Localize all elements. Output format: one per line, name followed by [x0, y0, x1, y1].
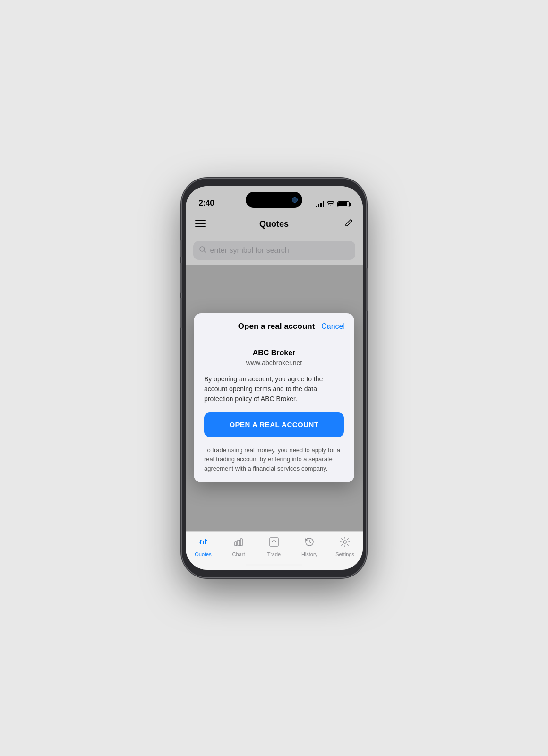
dynamic-island-dot — [292, 197, 298, 203]
phone-screen: 2:40 — [186, 186, 363, 570]
tab-history[interactable]: History — [292, 536, 327, 557]
status-bar: 2:40 — [186, 186, 363, 212]
phone-frame: 2:40 — [182, 179, 366, 577]
modal-title: Open a real account — [238, 322, 315, 331]
edit-icon[interactable] — [344, 218, 353, 230]
search-bar[interactable]: enter symbol for search — [193, 241, 355, 260]
open-account-button[interactable]: OPEN A REAL ACCOUNT — [204, 412, 344, 437]
menu-icon[interactable] — [195, 219, 206, 230]
status-icons — [316, 200, 350, 208]
volume-down-button[interactable] — [180, 298, 182, 328]
tab-trade[interactable]: Trade — [257, 536, 292, 557]
history-icon — [304, 536, 315, 550]
svg-rect-4 — [235, 542, 237, 546]
settings-icon — [339, 536, 351, 550]
status-time: 2:40 — [199, 198, 214, 208]
tab-trade-label: Trade — [267, 551, 281, 557]
tab-history-label: History — [301, 551, 317, 557]
broker-name: ABC Broker — [204, 349, 344, 357]
cancel-button[interactable]: Cancel — [321, 322, 345, 331]
navigation-bar: Quotes — [186, 212, 363, 236]
broker-url: www.abcbroker.net — [204, 359, 344, 367]
tab-quotes[interactable]: Quotes — [186, 536, 221, 557]
svg-rect-2 — [195, 226, 206, 227]
modal-card: Open a real account Cancel ABC Broker ww… — [194, 313, 354, 483]
tab-settings-label: Settings — [335, 551, 354, 557]
battery-icon — [337, 201, 350, 207]
tab-bar: Quotes Chart — [186, 531, 363, 570]
main-content: Open a real account Cancel ABC Broker ww… — [186, 265, 363, 531]
chart-icon — [233, 536, 244, 550]
signal-icon — [316, 201, 324, 207]
disclaimer-text: To trade using real money, you need to a… — [204, 446, 344, 473]
trade-icon — [268, 536, 280, 550]
tab-settings[interactable]: Settings — [327, 536, 363, 557]
power-button[interactable] — [366, 268, 368, 311]
modal-header: Open a real account Cancel — [194, 313, 354, 339]
svg-rect-0 — [195, 220, 206, 221]
search-icon — [199, 246, 206, 255]
tab-chart-label: Chart — [232, 551, 245, 557]
wifi-icon — [327, 200, 334, 208]
modal-body: ABC Broker www.abcbroker.net By opening … — [194, 339, 354, 483]
svg-rect-5 — [238, 540, 240, 546]
terms-text: By opening an account, you agree to the … — [204, 374, 344, 404]
modal-overlay: Open a real account Cancel ABC Broker ww… — [186, 265, 363, 531]
page-title: Quotes — [259, 219, 289, 229]
search-container: enter symbol for search — [186, 236, 363, 265]
svg-point-9 — [343, 541, 346, 543]
search-input[interactable]: enter symbol for search — [210, 246, 289, 255]
svg-rect-6 — [240, 539, 242, 546]
tab-chart[interactable]: Chart — [221, 536, 257, 557]
quotes-icon — [197, 536, 209, 550]
dynamic-island — [246, 192, 302, 208]
svg-rect-1 — [195, 223, 206, 224]
tab-quotes-label: Quotes — [195, 551, 211, 557]
volume-up-button[interactable] — [180, 263, 182, 293]
